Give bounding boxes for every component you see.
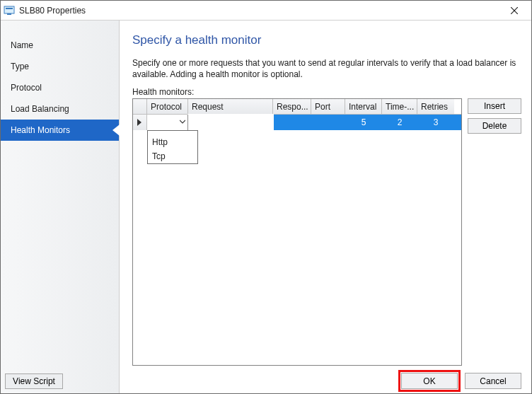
sidebar-item-health-monitors[interactable]: Health Monitors [1,120,119,141]
app-icon [4,5,15,16]
request-input[interactable] [189,115,272,129]
health-monitors-grid[interactable]: Protocol Request Respo... Port Interval … [132,98,462,366]
cancel-button[interactable]: Cancel [465,373,521,389]
sidebar-item-label: Name [11,40,33,50]
protocol-option-tcp[interactable]: Tcp [148,149,197,163]
sidebar-item-label: Type [11,62,29,71]
sidebar: Name Type Protocol Load Balancing Health… [1,21,120,393]
sidebar-item-label: Load Balancing [11,104,69,114]
sidebar-item-label: Health Monitors [11,125,70,135]
protocol-dropdown-list[interactable]: Http Tcp [147,130,198,164]
retries-cell[interactable]: 3 [417,115,454,130]
column-header-interval[interactable]: Interval [345,99,382,114]
timeout-cell[interactable]: 2 [382,115,417,130]
delete-button[interactable]: Delete [468,118,521,134]
response-cell[interactable] [273,115,311,130]
dialog-footer: OK Cancel [132,366,521,389]
sidebar-item-type[interactable]: Type [1,56,119,77]
sidebar-item-label: Protocol [11,83,42,93]
page-heading: Specify a health monitor [132,33,521,47]
grid-side-buttons: Insert Delete [468,98,521,366]
row-selector[interactable] [133,115,147,130]
table-row[interactable]: 5 2 3 [133,115,461,130]
protocol-option-http[interactable]: Http [148,135,197,149]
grid-header-row: Protocol Request Respo... Port Interval … [133,99,461,115]
svg-rect-2 [7,13,11,15]
grid-label: Health monitors: [132,87,521,97]
window-title: SLB80 Properties [19,6,500,16]
column-header-retries[interactable]: Retries [417,99,454,114]
insert-button[interactable]: Insert [468,98,521,114]
page-description: Specify one or more requests that you wa… [132,57,521,80]
column-header-protocol[interactable]: Protocol [147,99,188,114]
ok-button[interactable]: OK [401,373,458,389]
titlebar: SLB80 Properties [1,1,531,21]
sidebar-item-protocol[interactable]: Protocol [1,77,119,98]
interval-cell[interactable]: 5 [345,115,382,130]
properties-dialog: SLB80 Properties Name Type Protocol Load… [0,0,532,394]
close-icon [511,7,518,14]
sidebar-item-name[interactable]: Name [1,35,119,56]
main-panel: Specify a health monitor Specify one or … [120,21,531,393]
svg-rect-0 [4,6,14,13]
column-header-port[interactable]: Port [311,99,345,114]
column-header-timeout[interactable]: Time-... [382,99,417,114]
view-script-button[interactable]: View Script [5,373,63,389]
row-header-column[interactable] [133,99,147,114]
request-cell[interactable] [188,115,273,130]
column-header-response[interactable]: Respo... [273,99,311,114]
grid-area: Protocol Request Respo... Port Interval … [132,98,521,366]
svg-rect-1 [6,8,13,9]
column-header-request[interactable]: Request [188,99,273,114]
protocol-cell[interactable] [147,115,188,130]
port-cell[interactable] [311,115,345,130]
sidebar-item-load-balancing[interactable]: Load Balancing [1,98,119,120]
dialog-body: Name Type Protocol Load Balancing Health… [1,21,531,393]
close-button[interactable] [500,1,528,20]
protocol-combobox[interactable] [147,115,187,130]
